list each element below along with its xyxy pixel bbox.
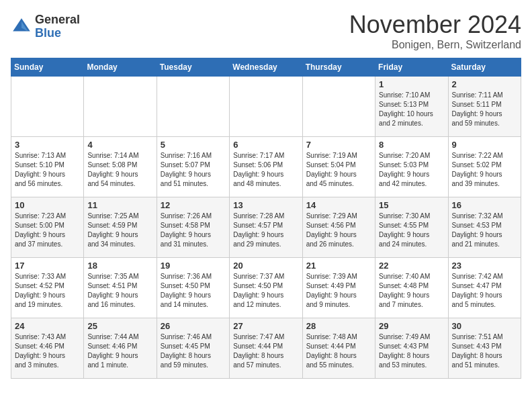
calendar-week-row: 1Sunrise: 7:10 AM Sunset: 5:13 PM Daylig… — [11, 77, 521, 137]
day-info: Sunrise: 7:26 AM Sunset: 4:58 PM Dayligh… — [161, 212, 226, 249]
day-info: Sunrise: 7:19 AM Sunset: 5:04 PM Dayligh… — [306, 151, 371, 189]
calendar-cell: 25Sunrise: 7:44 AM Sunset: 4:46 PM Dayli… — [84, 318, 157, 379]
day-info: Sunrise: 7:29 AM Sunset: 4:56 PM Dayligh… — [306, 212, 371, 249]
weekday-header-row: SundayMondayTuesdayWednesdayThursdayFrid… — [11, 58, 521, 77]
day-info: Sunrise: 7:22 AM Sunset: 5:02 PM Dayligh… — [452, 151, 517, 189]
day-number: 12 — [161, 200, 226, 210]
calendar-header: SundayMondayTuesdayWednesdayThursdayFrid… — [11, 58, 521, 77]
day-info: Sunrise: 7:14 AM Sunset: 5:08 PM Dayligh… — [87, 151, 152, 189]
day-number: 16 — [452, 200, 517, 210]
weekday-header-thursday: Thursday — [302, 58, 375, 77]
day-info: Sunrise: 7:37 AM Sunset: 4:50 PM Dayligh… — [233, 272, 298, 310]
day-info: Sunrise: 7:10 AM Sunset: 5:13 PM Dayligh… — [379, 91, 444, 128]
logo-blue: Blue — [35, 27, 80, 40]
calendar-week-row: 24Sunrise: 7:43 AM Sunset: 4:46 PM Dayli… — [11, 318, 521, 379]
calendar-cell: 3Sunrise: 7:13 AM Sunset: 5:10 PM Daylig… — [11, 137, 84, 197]
day-info: Sunrise: 7:51 AM Sunset: 4:43 PM Dayligh… — [452, 332, 517, 370]
day-info: Sunrise: 7:20 AM Sunset: 5:03 PM Dayligh… — [379, 151, 444, 189]
day-info: Sunrise: 7:30 AM Sunset: 4:55 PM Dayligh… — [379, 212, 444, 249]
weekday-header-tuesday: Tuesday — [157, 58, 229, 77]
calendar-cell: 22Sunrise: 7:40 AM Sunset: 4:48 PM Dayli… — [375, 258, 448, 318]
day-info: Sunrise: 7:25 AM Sunset: 4:59 PM Dayligh… — [87, 212, 152, 249]
day-info: Sunrise: 7:16 AM Sunset: 5:07 PM Dayligh… — [161, 151, 226, 189]
day-number: 19 — [161, 261, 226, 271]
weekday-header-wednesday: Wednesday — [230, 58, 302, 77]
day-number: 15 — [379, 200, 444, 210]
day-info: Sunrise: 7:32 AM Sunset: 4:53 PM Dayligh… — [452, 212, 517, 249]
day-number: 25 — [87, 321, 152, 331]
calendar-cell: 18Sunrise: 7:35 AM Sunset: 4:51 PM Dayli… — [84, 258, 157, 318]
day-number: 6 — [233, 140, 298, 150]
day-number: 13 — [233, 200, 298, 210]
calendar-body: 1Sunrise: 7:10 AM Sunset: 5:13 PM Daylig… — [11, 77, 521, 379]
logo-general: General — [35, 13, 80, 27]
day-number: 14 — [306, 200, 371, 210]
calendar-cell: 2Sunrise: 7:11 AM Sunset: 5:11 PM Daylig… — [448, 77, 521, 137]
calendar-cell: 19Sunrise: 7:36 AM Sunset: 4:50 PM Dayli… — [157, 258, 229, 318]
day-info: Sunrise: 7:23 AM Sunset: 5:00 PM Dayligh… — [15, 212, 80, 249]
day-number: 21 — [306, 261, 371, 271]
calendar-cell — [302, 77, 375, 137]
day-number: 7 — [306, 140, 371, 150]
calendar-cell: 23Sunrise: 7:42 AM Sunset: 4:47 PM Dayli… — [448, 258, 521, 318]
logo: General Blue — [11, 13, 80, 40]
calendar-cell: 13Sunrise: 7:28 AM Sunset: 4:57 PM Dayli… — [230, 197, 302, 258]
day-number: 5 — [161, 140, 226, 150]
calendar-cell: 21Sunrise: 7:39 AM Sunset: 4:49 PM Dayli… — [302, 258, 375, 318]
calendar-cell: 26Sunrise: 7:46 AM Sunset: 4:45 PM Dayli… — [157, 318, 229, 379]
day-number: 1 — [379, 79, 444, 89]
day-info: Sunrise: 7:39 AM Sunset: 4:49 PM Dayligh… — [306, 272, 371, 310]
day-number: 30 — [452, 321, 517, 331]
calendar-cell: 27Sunrise: 7:47 AM Sunset: 4:44 PM Dayli… — [230, 318, 302, 379]
calendar-cell: 24Sunrise: 7:43 AM Sunset: 4:46 PM Dayli… — [11, 318, 84, 379]
day-info: Sunrise: 7:35 AM Sunset: 4:51 PM Dayligh… — [87, 272, 152, 310]
day-info: Sunrise: 7:42 AM Sunset: 4:47 PM Dayligh… — [452, 272, 517, 310]
calendar-cell: 30Sunrise: 7:51 AM Sunset: 4:43 PM Dayli… — [448, 318, 521, 379]
calendar-week-row: 10Sunrise: 7:23 AM Sunset: 5:00 PM Dayli… — [11, 197, 521, 258]
calendar-cell: 29Sunrise: 7:49 AM Sunset: 4:43 PM Dayli… — [375, 318, 448, 379]
calendar-cell: 14Sunrise: 7:29 AM Sunset: 4:56 PM Dayli… — [302, 197, 375, 258]
weekday-header-sunday: Sunday — [11, 58, 84, 77]
day-number: 11 — [87, 200, 152, 210]
calendar-cell: 11Sunrise: 7:25 AM Sunset: 4:59 PM Dayli… — [84, 197, 157, 258]
day-number: 29 — [379, 321, 444, 331]
day-info: Sunrise: 7:44 AM Sunset: 4:46 PM Dayligh… — [87, 332, 152, 370]
month-title: November 2024 — [349, 11, 521, 39]
calendar-cell: 17Sunrise: 7:33 AM Sunset: 4:52 PM Dayli… — [11, 258, 84, 318]
day-number: 23 — [452, 261, 517, 271]
calendar-cell: 15Sunrise: 7:30 AM Sunset: 4:55 PM Dayli… — [375, 197, 448, 258]
day-info: Sunrise: 7:33 AM Sunset: 4:52 PM Dayligh… — [15, 272, 80, 310]
day-number: 22 — [379, 261, 444, 271]
page-header: General Blue November 2024 Bonigen, Bern… — [11, 11, 521, 51]
day-number: 4 — [87, 140, 152, 150]
day-info: Sunrise: 7:28 AM Sunset: 4:57 PM Dayligh… — [233, 212, 298, 249]
day-number: 26 — [161, 321, 226, 331]
calendar-cell: 10Sunrise: 7:23 AM Sunset: 5:00 PM Dayli… — [11, 197, 84, 258]
calendar-cell: 4Sunrise: 7:14 AM Sunset: 5:08 PM Daylig… — [84, 137, 157, 197]
calendar-cell: 1Sunrise: 7:10 AM Sunset: 5:13 PM Daylig… — [375, 77, 448, 137]
day-number: 10 — [15, 200, 80, 210]
calendar-cell: 6Sunrise: 7:17 AM Sunset: 5:06 PM Daylig… — [230, 137, 302, 197]
day-number: 20 — [233, 261, 298, 271]
calendar-cell: 7Sunrise: 7:19 AM Sunset: 5:04 PM Daylig… — [302, 137, 375, 197]
calendar-cell: 5Sunrise: 7:16 AM Sunset: 5:07 PM Daylig… — [157, 137, 229, 197]
day-info: Sunrise: 7:36 AM Sunset: 4:50 PM Dayligh… — [161, 272, 226, 310]
day-number: 9 — [452, 140, 517, 150]
calendar-cell — [84, 77, 157, 137]
calendar-cell: 12Sunrise: 7:26 AM Sunset: 4:58 PM Dayli… — [157, 197, 229, 258]
day-number: 28 — [306, 321, 371, 331]
calendar-cell: 16Sunrise: 7:32 AM Sunset: 4:53 PM Dayli… — [448, 197, 521, 258]
day-info: Sunrise: 7:11 AM Sunset: 5:11 PM Dayligh… — [452, 91, 517, 128]
day-info: Sunrise: 7:13 AM Sunset: 5:10 PM Dayligh… — [15, 151, 80, 189]
day-number: 18 — [87, 261, 152, 271]
day-number: 8 — [379, 140, 444, 150]
calendar-cell — [230, 77, 302, 137]
calendar-cell: 9Sunrise: 7:22 AM Sunset: 5:02 PM Daylig… — [448, 137, 521, 197]
calendar-cell: 28Sunrise: 7:48 AM Sunset: 4:44 PM Dayli… — [302, 318, 375, 379]
title-area: November 2024 Bonigen, Bern, Switzerland — [349, 11, 521, 51]
weekday-header-monday: Monday — [84, 58, 157, 77]
day-info: Sunrise: 7:46 AM Sunset: 4:45 PM Dayligh… — [161, 332, 226, 370]
day-info: Sunrise: 7:47 AM Sunset: 4:44 PM Dayligh… — [233, 332, 298, 370]
day-info: Sunrise: 7:48 AM Sunset: 4:44 PM Dayligh… — [306, 332, 371, 370]
weekday-header-friday: Friday — [375, 58, 448, 77]
